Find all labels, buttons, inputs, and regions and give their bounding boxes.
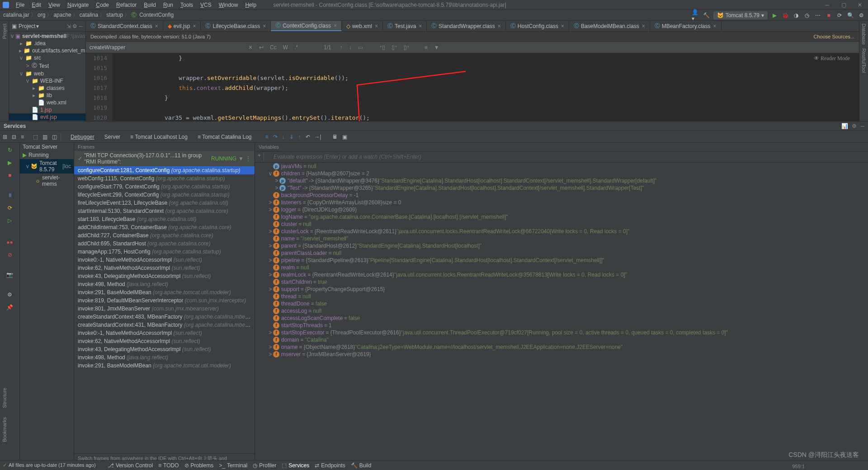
unselect-icon[interactable]: ▯ˣ (402, 44, 410, 51)
structure-toolwindow-button[interactable]: Structure (2, 388, 7, 408)
project-header[interactable]: ▣ Project ▾ ⇲ ⚙ ─ (9, 21, 85, 32)
maximize-icon[interactable]: ▢ (838, 2, 849, 8)
pause-icon[interactable]: ⏸ (5, 191, 15, 200)
tree-item[interactable]: v📁src (9, 54, 85, 61)
coverage-icon[interactable]: ◑ (792, 11, 800, 19)
variable-row[interactable]: faccessLog = null (255, 307, 868, 315)
search-icon[interactable]: 🔍 (846, 11, 854, 19)
variable-row[interactable]: fstartStopThreads = 1 (255, 322, 868, 329)
pin-icon[interactable]: 📌 (5, 303, 15, 312)
frame-row[interactable]: addChild:695, StandardHost (org.apache.c… (74, 240, 255, 248)
variable-row[interactable]: >flisteners = {CopyOnWriteArrayList@2608… (255, 199, 868, 206)
editor-tab[interactable]: ⒸContextConfig.class× (271, 21, 342, 31)
menu-vcs[interactable]: VCS (197, 1, 215, 9)
servlet-mems-node[interactable]: ☼ servlet-mems (20, 174, 74, 188)
tomcat-instance-node[interactable]: v 🐱 Tomcat 8.5.79 [loc (20, 159, 74, 174)
thread-selector[interactable]: ✓ "RMI TCP Connection(3)-127.0.0.1"...11… (74, 151, 255, 166)
variable-row[interactable]: fcluster = null (255, 221, 868, 228)
run-button[interactable]: ▶ (770, 11, 778, 19)
show-exec-icon[interactable]: ≡ (264, 134, 269, 140)
variable-row[interactable]: >fsupport = {PropertyChangeSupport@2615} (255, 286, 868, 293)
select-all-icon[interactable]: ▭ (357, 44, 364, 51)
variable-row[interactable]: >frealmLock = {ReentrantReadWriteLock@26… (255, 271, 868, 278)
editor-tab[interactable]: ⒸStandardWrapper.class× (427, 21, 506, 31)
bookmarks-toolwindow-button[interactable]: Bookmarks (2, 417, 7, 442)
frame-row[interactable]: invoke:498, Method (java.lang.reflect) (74, 353, 255, 362)
variable-row[interactable]: >p"default" -> {StandardWrapper@3476} "S… (255, 177, 868, 184)
menu-file[interactable]: File (13, 1, 28, 9)
tomcat-server-node[interactable]: Tomcat Server (20, 143, 74, 151)
user-icon[interactable]: 👤▾ (692, 11, 700, 19)
variable-row[interactable]: >flogger = {DirectJDKLog@2609} (255, 206, 868, 213)
step-into-icon[interactable]: ↓ (281, 134, 286, 140)
search-input[interactable]: createWrapper (90, 44, 243, 51)
close-tab-icon[interactable]: × (375, 23, 378, 29)
step-out-icon[interactable]: ↑ (297, 134, 302, 140)
stop-button[interactable]: ■ (825, 11, 833, 19)
editor-tab[interactable]: ⒸHostConfig.class× (506, 21, 569, 31)
running-node[interactable]: ▶ Running (20, 151, 74, 159)
frame-row[interactable]: configureStart:779, ContextConfig (org.a… (74, 183, 255, 191)
variable-row[interactable]: faccessLogScanComplete = false (255, 315, 868, 322)
close-tab-icon[interactable]: × (155, 23, 158, 29)
editor-tab[interactable]: ⒸBaseModelMBean.class× (569, 21, 650, 31)
close-tab-icon[interactable]: × (561, 23, 564, 29)
frame-row[interactable]: invoke:819, DefaultMBeanServerIntercepto… (74, 296, 255, 305)
force-step-into-icon[interactable]: ⇓ (288, 134, 295, 140)
menu-edit[interactable]: Edit (28, 1, 44, 9)
variable-row[interactable]: vfchildren = {HashMap@2607} size = 2 (255, 170, 868, 177)
variable-row[interactable]: fstartChildren = true (255, 278, 868, 286)
close-tab-icon[interactable]: × (334, 23, 337, 29)
close-tab-icon[interactable]: × (419, 23, 422, 29)
bottom-tab-build[interactable]: 🔨 Build (351, 462, 372, 469)
layout-icon[interactable]: ▥ (42, 134, 48, 140)
prev-match-icon[interactable]: ↑ (339, 44, 344, 51)
update-app-icon[interactable]: ⟳ (5, 203, 15, 212)
bottom-tab-profiler[interactable]: ◷ Profiler (253, 462, 276, 469)
tree-item[interactable]: 📄evil.jsp (9, 113, 85, 121)
menu-view[interactable]: View (45, 1, 63, 9)
bottom-tab-services[interactable]: ⬚ Services (282, 462, 309, 469)
tree-item[interactable]: ▸📁out.artifacts.servlet_memsh (9, 47, 85, 54)
frame-row[interactable]: fireLifecycleEvent:123, LifecycleBase (o… (74, 199, 255, 207)
resume-icon[interactable]: ▶ (5, 158, 15, 167)
frame-row[interactable]: createStandardContext:431, MBeanFactory … (74, 321, 255, 329)
bottom-tab-endpoints[interactable]: ⇄ Endpoints (315, 462, 345, 469)
filter-icon[interactable]: ▼ (433, 44, 441, 51)
minimize-icon[interactable]: ─ (860, 123, 864, 129)
clear-icon[interactable]: ✕ (247, 44, 254, 51)
frame-row[interactable]: invoke:62, NativeMethodAccessorImpl (sun… (74, 337, 255, 345)
services-header[interactable]: Services 📊 ⚙ ─ (0, 121, 868, 131)
frame-row[interactable]: invoke:801, JmxMBeanServer (com.sun.jmx.… (74, 305, 255, 313)
bottom-tab-version-control[interactable]: ⎇ Version Control (108, 462, 153, 469)
frame-row[interactable]: invoke0:-1, NativeMethodAccessorImpl (su… (74, 256, 255, 264)
build-icon[interactable]: 🔨 (703, 11, 711, 19)
tree-item[interactable]: ▸📁.idea (9, 40, 85, 47)
editor-tab[interactable]: ⒸLifecycleBase.class× (201, 21, 271, 31)
profile-icon[interactable]: ◷ (803, 11, 811, 19)
tree-item[interactable]: ▸📁lib (9, 92, 85, 99)
frame-row[interactable]: invoke:62, NativeMethodAccessorImpl (sun… (74, 264, 255, 272)
variable-row[interactable]: fname = "/servlet_memshell" (255, 235, 868, 242)
database-toolwindow-button[interactable]: Database (861, 24, 867, 45)
frame-row[interactable]: manageApp:1775, HostConfig (org.apache.c… (74, 248, 255, 256)
variable-row[interactable]: >fclusterLock = {ReentrantReadWriteLock@… (255, 228, 868, 235)
next-match-icon[interactable]: ↓ (348, 44, 353, 51)
menu-help[interactable]: Help (242, 1, 259, 9)
tree-item[interactable]: 📄1.jsp (9, 106, 85, 113)
close-icon[interactable]: ✕ (854, 2, 865, 8)
resume-prog-icon[interactable]: ▷ (5, 216, 15, 225)
menu-build[interactable]: Build (141, 1, 159, 9)
editor-tab[interactable]: ⒸStandardContext.class× (86, 21, 163, 31)
tab-debugger[interactable]: Debugger (67, 132, 98, 141)
tab-catalina-log[interactable]: ≡ Tomcat Catalina Log (194, 132, 255, 141)
editor-tab[interactable]: ◇web.xml× (342, 21, 383, 31)
frame-row[interactable]: addChild:727, ContainerBase (org.apache.… (74, 231, 255, 240)
trace-icon[interactable]: ▣ (341, 134, 348, 140)
variable-row[interactable]: flogName = "org.apache.catalina.core.Con… (255, 213, 868, 221)
tree-item[interactable]: v📁WEB-INF (9, 77, 85, 85)
case-toggle[interactable]: Cc (269, 44, 278, 51)
frame-row[interactable]: lifecycleEvent:299, ContextConfig (org.a… (74, 191, 255, 199)
tab-server[interactable]: Server (101, 132, 124, 141)
frame-row[interactable]: startInternal:5130, StandardContext (org… (74, 207, 255, 215)
